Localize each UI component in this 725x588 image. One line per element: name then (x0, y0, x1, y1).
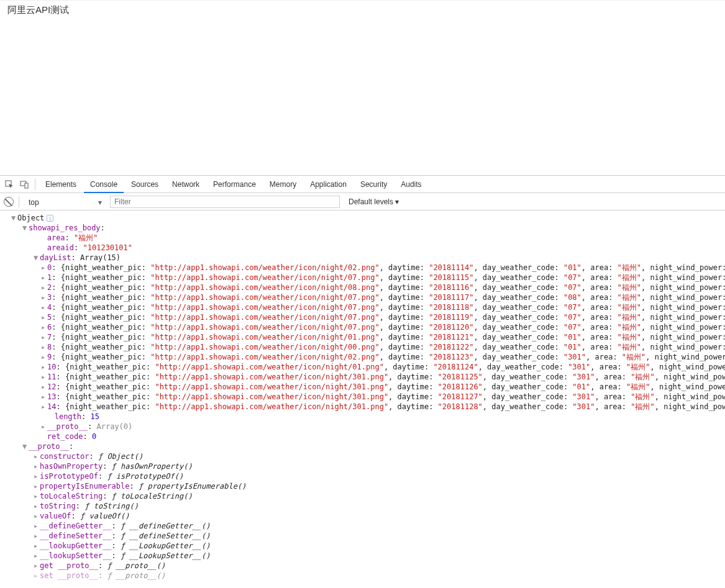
array-item[interactable]: ▸5: {night_weather_pic: "http://app1.sho… (4, 312, 721, 322)
twisty-icon[interactable]: ▸ (34, 471, 40, 481)
tab-memory[interactable]: Memory (263, 176, 303, 193)
array-item[interactable]: ▸2: {night_weather_pic: "http://app1.sho… (4, 283, 721, 292)
console-toolbar: top Default levels ▾ (0, 193, 725, 210)
twisty-icon[interactable]: ▸ (34, 491, 40, 501)
tree-leaf[interactable]: areaid: "101230101" (4, 243, 721, 253)
tab-application[interactable]: Application (304, 176, 353, 193)
array-item[interactable]: ▸10: {night_weather_pic: "http://app1.sh… (4, 362, 721, 372)
twisty-icon[interactable]: ▸ (34, 541, 40, 551)
svg-rect-2 (25, 183, 28, 188)
twisty-icon[interactable]: ▸ (41, 273, 47, 283)
tab-network[interactable]: Network (166, 176, 206, 193)
twisty-icon[interactable]: ▸ (41, 372, 47, 382)
tree-node[interactable]: ▼showapi_res_body: (4, 223, 721, 233)
proto-method[interactable]: ▸hasOwnProperty: ƒ hasOwnProperty() (4, 461, 721, 471)
twisty-icon[interactable]: ▸ (34, 501, 40, 511)
array-item[interactable]: ▸6: {night_weather_pic: "http://app1.sho… (4, 322, 721, 332)
proto-method[interactable]: ▸__defineSetter__: ƒ __defineSetter__() (4, 531, 721, 541)
twisty-icon[interactable]: ▸ (41, 332, 47, 342)
devtools-panel: Elements Console Sources Network Perform… (0, 175, 725, 588)
twisty-icon[interactable]: ▸ (34, 531, 40, 541)
twisty-icon[interactable]: ▼ (34, 253, 40, 263)
twisty-icon[interactable]: ▸ (34, 551, 40, 561)
twisty-icon[interactable]: ▸ (34, 571, 40, 581)
proto-method[interactable]: ▸propertyIsEnumerable: ƒ propertyIsEnume… (4, 481, 721, 491)
twisty-icon[interactable]: ▸ (34, 521, 40, 531)
array-item[interactable]: ▸8: {night_weather_pic: "http://app1.sho… (4, 342, 721, 352)
array-item[interactable]: ▸3: {night_weather_pic: "http://app1.sho… (4, 292, 721, 302)
array-item[interactable]: ▸13: {night_weather_pic: "http://app1.sh… (4, 392, 721, 402)
array-item[interactable]: ▸7: {night_weather_pic: "http://app1.sho… (4, 332, 721, 342)
proto-method[interactable]: ▸get __proto__: ƒ __proto__() (4, 561, 721, 571)
proto-method[interactable]: ▸set __proto__: ƒ __proto__() (4, 571, 721, 581)
tree-node[interactable]: ▼dayList: Array(15) (4, 253, 721, 263)
tab-sources[interactable]: Sources (125, 176, 165, 193)
proto-method[interactable]: ▸toLocaleString: ƒ toLocaleString() (4, 491, 721, 501)
twisty-icon[interactable]: ▸ (34, 481, 40, 491)
tab-console[interactable]: Console (84, 176, 124, 193)
tree-leaf[interactable]: length: 15 (4, 412, 721, 422)
proto-method[interactable]: ▸__lookupGetter__: ƒ __LookupGetter__() (4, 541, 721, 551)
array-item[interactable]: ▸9: {night_weather_pic: "http://app1.sho… (4, 352, 721, 362)
array-item[interactable]: ▸0: {night_weather_pic: "http://app1.sho… (4, 263, 721, 273)
tree-node[interactable]: ▸__proto__: Array(0) (4, 422, 721, 432)
inspect-icon[interactable] (2, 178, 16, 191)
page-title: 阿里云API测试 (0, 0, 725, 20)
array-item[interactable]: ▸4: {night_weather_pic: "http://app1.sho… (4, 302, 721, 312)
console-output: ▼Objecti ▼showapi_res_body: area: "福州" a… (0, 210, 725, 588)
twisty-icon[interactable]: ▸ (41, 402, 47, 412)
proto-method[interactable]: ▸constructor: ƒ Object() (4, 451, 721, 461)
proto-method[interactable]: ▸isPrototypeOf: ƒ isPrototypeOf() (4, 471, 721, 481)
tab-audits[interactable]: Audits (394, 176, 427, 193)
tab-performance[interactable]: Performance (207, 176, 262, 193)
array-item[interactable]: ▸11: {night_weather_pic: "http://app1.sh… (4, 372, 721, 382)
twisty-icon[interactable]: ▸ (41, 392, 47, 402)
twisty-icon[interactable]: ▸ (41, 263, 47, 273)
twisty-icon[interactable]: ▸ (34, 461, 40, 471)
object-root[interactable]: ▼Objecti (4, 213, 721, 223)
context-selector[interactable]: top (24, 196, 105, 208)
tree-node[interactable]: ▼__proto__: (4, 441, 721, 451)
twisty-icon[interactable]: ▼ (11, 213, 17, 223)
twisty-icon[interactable]: ▸ (34, 511, 40, 521)
tree-leaf[interactable]: area: "福州" (4, 233, 721, 243)
info-icon[interactable]: i (47, 215, 53, 222)
twisty-icon[interactable]: ▸ (41, 382, 47, 392)
twisty-icon[interactable]: ▸ (41, 322, 47, 332)
twisty-icon[interactable]: ▸ (41, 352, 47, 362)
twisty-icon[interactable]: ▼ (22, 223, 29, 233)
tab-security[interactable]: Security (354, 176, 393, 193)
twisty-icon[interactable]: ▼ (22, 441, 29, 451)
array-item[interactable]: ▸1: {night_weather_pic: "http://app1.sho… (4, 273, 721, 283)
twisty-icon[interactable]: ▸ (41, 312, 47, 322)
twisty-icon[interactable]: ▸ (41, 362, 47, 372)
proto-method[interactable]: ▸__defineGetter__: ƒ __defineGetter__() (4, 521, 721, 531)
separator (19, 196, 19, 207)
tab-elements[interactable]: Elements (39, 176, 83, 193)
twisty-icon[interactable]: ▸ (41, 422, 47, 432)
clear-console-icon[interactable] (4, 197, 14, 207)
devtools-tabbar: Elements Console Sources Network Perform… (0, 176, 725, 193)
array-item[interactable]: ▸14: {night_weather_pic: "http://app1.sh… (4, 402, 721, 412)
log-levels-selector[interactable]: Default levels ▾ (345, 197, 403, 206)
twisty-icon[interactable]: ▸ (41, 342, 47, 352)
filter-input[interactable] (110, 196, 340, 208)
page-blank-area (0, 20, 725, 175)
device-toggle-icon[interactable] (17, 178, 31, 191)
twisty-icon[interactable]: ▸ (41, 283, 47, 292)
proto-method[interactable]: ▸toString: ƒ toString() (4, 501, 721, 511)
twisty-icon[interactable]: ▸ (41, 292, 47, 302)
proto-method[interactable]: ▸__lookupSetter__: ƒ __LookupSetter__() (4, 551, 721, 561)
proto-method[interactable]: ▸valueOf: ƒ valueOf() (4, 511, 721, 521)
twisty-icon[interactable]: ▸ (41, 302, 47, 312)
tree-leaf[interactable]: ret_code: 0 (4, 432, 721, 441)
separator (35, 179, 35, 190)
twisty-icon[interactable]: ▸ (34, 561, 40, 571)
twisty-icon[interactable]: ▸ (34, 451, 40, 461)
array-item[interactable]: ▸12: {night_weather_pic: "http://app1.sh… (4, 382, 721, 392)
